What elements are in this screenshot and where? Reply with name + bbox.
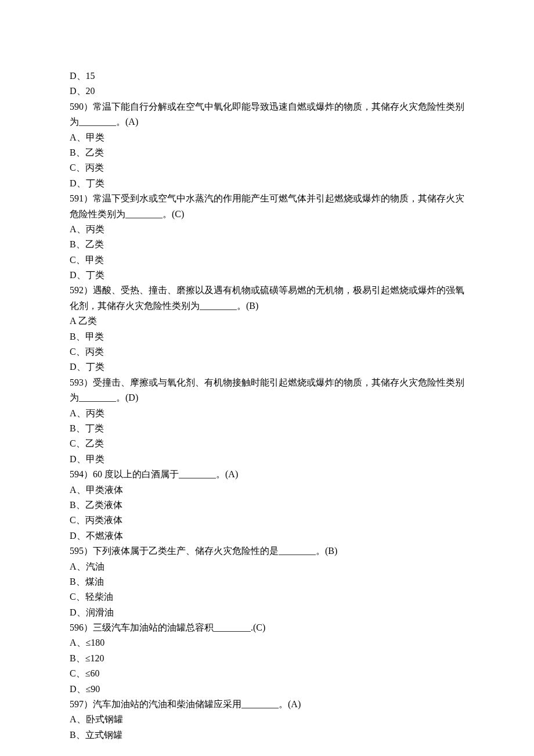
text-line: C、乙类 xyxy=(70,436,464,451)
text-line: 591）常温下受到水或空气中水蒸汽的作用能产生可燃气体并引起燃烧或爆炸的物质，其… xyxy=(70,191,464,222)
text-line: D、丁类 xyxy=(70,268,464,283)
text-line: B、丁类 xyxy=(70,421,464,436)
text-line: D、20 xyxy=(70,84,464,99)
text-line: D、15 xyxy=(70,69,464,84)
text-line: A、甲类 xyxy=(70,130,464,145)
text-line: A、≤180 xyxy=(70,635,464,650)
text-line: A、丙类 xyxy=(70,406,464,421)
text-line: D、甲类 xyxy=(70,452,464,467)
text-line: D、≤90 xyxy=(70,682,464,697)
text-line: D、丁类 xyxy=(70,176,464,191)
text-line: 592）遇酸、受热、撞击、磨擦以及遇有机物或硫磺等易燃的无机物，极易引起燃烧或爆… xyxy=(70,283,464,314)
text-line: B、煤油 xyxy=(70,574,464,589)
text-line: A、丙类 xyxy=(70,222,464,237)
text-line: 597）汽车加油站的汽油和柴油储罐应采用________。(A) xyxy=(70,697,464,712)
text-line: B、乙类液体 xyxy=(70,498,464,513)
text-line: C、丙类 xyxy=(70,160,464,175)
text-line: D、润滑油 xyxy=(70,605,464,620)
document-content: D、15D、20590）常温下能自行分解或在空气中氧化即能导致迅速自燃或爆炸的物… xyxy=(70,69,464,743)
text-line: B、甲类 xyxy=(70,329,464,344)
text-line: B、乙类 xyxy=(70,145,464,160)
text-line: A、汽油 xyxy=(70,559,464,574)
text-line: C、丙类 xyxy=(70,344,464,359)
text-line: B、≤120 xyxy=(70,651,464,666)
text-line: A 乙类 xyxy=(70,314,464,329)
text-line: B、立式钢罐 xyxy=(70,728,464,743)
text-line: 590）常温下能自行分解或在空气中氧化即能导致迅速自燃或爆炸的物质，其储存火灾危… xyxy=(70,99,464,130)
text-line: 593）受撞击、摩擦或与氧化剂、有机物接触时能引起燃烧或爆炸的物质，其储存火灾危… xyxy=(70,375,464,406)
text-line: C、丙类液体 xyxy=(70,513,464,528)
text-line: C、≤60 xyxy=(70,666,464,681)
text-line: 596）三级汽车加油站的油罐总容积________.(C) xyxy=(70,620,464,635)
text-line: C、甲类 xyxy=(70,253,464,268)
text-line: C、轻柴油 xyxy=(70,589,464,604)
text-line: D、不燃液体 xyxy=(70,528,464,543)
text-line: 595）下列液体属于乙类生产、储存火灾危险性的是________。(B) xyxy=(70,543,464,559)
text-line: D、丁类 xyxy=(70,359,464,375)
text-line: B、乙类 xyxy=(70,237,464,252)
text-line: 594）60 度以上的白酒属于________。(A) xyxy=(70,467,464,482)
text-line: A、卧式钢罐 xyxy=(70,712,464,727)
text-line: A、甲类液体 xyxy=(70,483,464,498)
